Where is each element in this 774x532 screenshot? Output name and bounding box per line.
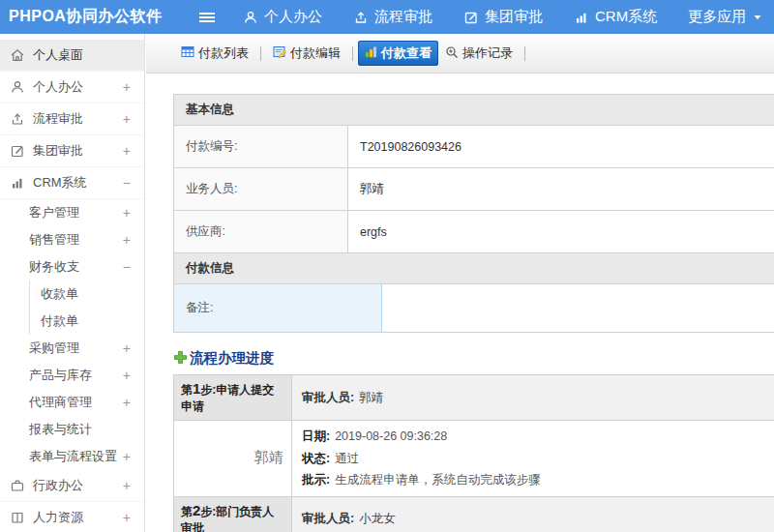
progress-table: 第1步:申请人提交申请 审批人员:郭靖 郭靖 日期:2019-08-26 09:… <box>173 374 774 532</box>
topnav-label: 集团审批 <box>485 8 543 26</box>
field-label-remark: 备注: <box>174 284 382 333</box>
sidebar-item-human-resources[interactable]: 人力资源 + <box>0 502 144 532</box>
field-label-payment-no: 付款编号: <box>174 126 348 168</box>
sidebar-item-purchase-mgmt[interactable]: 采购管理 + <box>0 335 144 362</box>
section-title: 付款信息 <box>174 253 774 284</box>
topnav-workflow-approval[interactable]: 流程审批 <box>353 8 432 26</box>
sidebar-item-crm-system[interactable]: CRM系统 − <box>0 167 144 199</box>
tab-label: 付款编辑 <box>290 44 341 62</box>
sidebar-item-customer-mgmt[interactable]: 客户管理 + <box>0 199 144 226</box>
approver-label: 审批人员: <box>302 512 354 525</box>
tab-payment-list[interactable]: 付款列表 <box>174 41 255 66</box>
tab-toolbar: 付款列表 付款编辑 付款查看 操作记录 <box>146 34 774 74</box>
sidebar-item-label: 代理商管理 <box>29 394 92 411</box>
sidebar-item-label: 付款单 <box>41 312 78 330</box>
hamburger-menu-icon[interactable] <box>198 10 216 25</box>
sidebar-item-label: 个人桌面 <box>33 46 83 64</box>
step-title: 第1步:申请人提交申请 <box>174 375 292 421</box>
sidebar-item-label: 表单与流程设置 <box>29 448 117 465</box>
topnav-personal-office[interactable]: 个人办公 <box>243 8 322 26</box>
expand-toggle[interactable]: + <box>123 232 131 248</box>
expand-toggle[interactable]: + <box>123 111 131 127</box>
approver-signature: 郭靖 <box>174 421 292 497</box>
tab-operation-log[interactable]: 操作记录 <box>438 41 520 66</box>
topnav-label: 个人办公 <box>264 8 322 26</box>
sidebar-item-agent-mgmt[interactable]: 代理商管理 + <box>0 389 144 416</box>
tab-payment-edit[interactable]: 付款编辑 <box>266 41 347 66</box>
step-title: 第2步:部门负责人审批 <box>174 496 292 532</box>
sidebar-item-reports-stats[interactable]: 报表与统计 <box>0 416 144 443</box>
zoom-icon <box>445 45 459 62</box>
sidebar-item-form-workflow-settings[interactable]: 表单与流程设置 + <box>0 443 144 470</box>
section-header-basic-info: 基本信息 <box>174 95 774 126</box>
sidebar-item-workflow-approval[interactable]: 流程审批 + <box>0 103 144 135</box>
detail-comment: 批示:生成流程申请单，系统自动完成该步骤 <box>302 469 774 491</box>
expand-toggle[interactable]: + <box>123 79 131 95</box>
expand-toggle[interactable]: + <box>123 510 131 525</box>
progress-title-text: 流程办理进度 <box>190 349 274 368</box>
sidebar-item-group-approval[interactable]: 集团审批 + <box>0 135 144 167</box>
sidebar-item-label: 集团审批 <box>33 142 83 160</box>
topnav-crm-system[interactable]: CRM系统 <box>574 8 657 26</box>
tab-payment-view[interactable]: 付款查看 <box>358 41 438 66</box>
sidebar-item-label: 采购管理 <box>29 340 79 357</box>
caret-down-icon <box>752 12 763 23</box>
basic-info-table: 基本信息 付款编号: T20190826093426 业务人员: 郭靖 供应商:… <box>173 94 774 253</box>
expand-toggle[interactable]: + <box>123 368 131 383</box>
sidebar-item-label: 产品与库存 <box>29 367 92 384</box>
expand-toggle[interactable]: + <box>123 143 131 159</box>
tab-label: 操作记录 <box>462 44 513 62</box>
section-header-payment-info: 付款信息 <box>174 253 774 284</box>
step-approver: 审批人员:小龙女 <box>292 496 774 532</box>
sidebar-item-admin-office[interactable]: 行政办公 + <box>0 470 144 502</box>
collapse-toggle[interactable]: − <box>123 259 131 275</box>
sidebar-item-label: 个人办公 <box>33 78 83 96</box>
table-row: 备注: <box>174 284 774 333</box>
sidebar-item-receipt-order[interactable]: 收款单 <box>29 281 144 308</box>
edit-doc-icon <box>273 45 286 61</box>
app-logo: PHPOA协同办公软件 <box>0 7 198 27</box>
edit-icon <box>10 143 25 159</box>
expand-toggle[interactable]: + <box>123 205 131 221</box>
sidebar-item-label: 人力资源 <box>33 509 83 526</box>
sidebar-item-label: 行政办公 <box>33 477 83 494</box>
approver-name: 郭靖 <box>359 391 383 404</box>
expand-toggle[interactable]: + <box>123 395 131 410</box>
sidebar-item-payment-order[interactable]: 付款单 <box>29 308 144 335</box>
tab-label: 付款列表 <box>198 44 249 62</box>
payment-view-content: 基本信息 付款编号: T20190826093426 业务人员: 郭靖 供应商:… <box>146 74 774 532</box>
sidebar-item-label: CRM系统 <box>33 174 87 192</box>
field-label-supplier: 供应商: <box>174 211 348 253</box>
sidebar-item-finance-io[interactable]: 财务收支 − <box>0 253 144 281</box>
top-nav: 个人办公 流程审批 集团审批 CRM系统 更多应用 <box>243 8 763 26</box>
tab-separator <box>352 46 353 61</box>
sidebar-item-sales-mgmt[interactable]: 销售管理 + <box>0 226 144 253</box>
topnav-group-approval[interactable]: 集团审批 <box>463 8 543 26</box>
field-value-business-person: 郭靖 <box>348 168 774 211</box>
user-icon <box>243 10 258 25</box>
topnav-label: 更多应用 <box>688 8 746 26</box>
sidebar-item-personal-desktop[interactable]: 个人桌面 <box>0 40 144 72</box>
sidebar-item-label: 流程审批 <box>33 110 83 128</box>
tab-separator <box>524 46 525 61</box>
expand-toggle[interactable]: + <box>123 340 131 356</box>
workflow-icon <box>10 111 25 127</box>
expand-toggle[interactable]: + <box>123 449 131 464</box>
step-header-row: 第1步:申请人提交申请 审批人员:郭靖 <box>174 375 774 421</box>
sidebar-item-personal-office[interactable]: 个人办公 + <box>0 72 144 103</box>
workflow-icon <box>353 10 369 25</box>
step-header-row: 第2步:部门负责人审批 审批人员:小龙女 <box>174 496 774 532</box>
sidebar-item-label: 销售管理 <box>29 231 79 249</box>
expand-toggle[interactable]: + <box>123 478 131 493</box>
topnav-more-apps[interactable]: 更多应用 <box>688 8 763 26</box>
collapse-toggle[interactable]: − <box>123 175 131 191</box>
approver-name: 小龙女 <box>359 512 396 525</box>
sidebar: 个人桌面 个人办公 + 流程审批 + 集团审批 + CRM系统 − 客户管理 +… <box>0 34 145 532</box>
main-area: 付款列表 付款编辑 付款查看 操作记录 基本信息 付款编号: T20190826… <box>146 34 774 532</box>
table-row: 付款编号: T20190826093426 <box>174 126 774 168</box>
section-title: 基本信息 <box>174 95 774 126</box>
plus-icon <box>173 350 188 368</box>
sidebar-item-product-inventory[interactable]: 产品与库存 + <box>0 362 144 389</box>
detail-date: 日期:2019-08-26 09:36:28 <box>302 426 774 448</box>
tab-separator <box>260 46 261 61</box>
